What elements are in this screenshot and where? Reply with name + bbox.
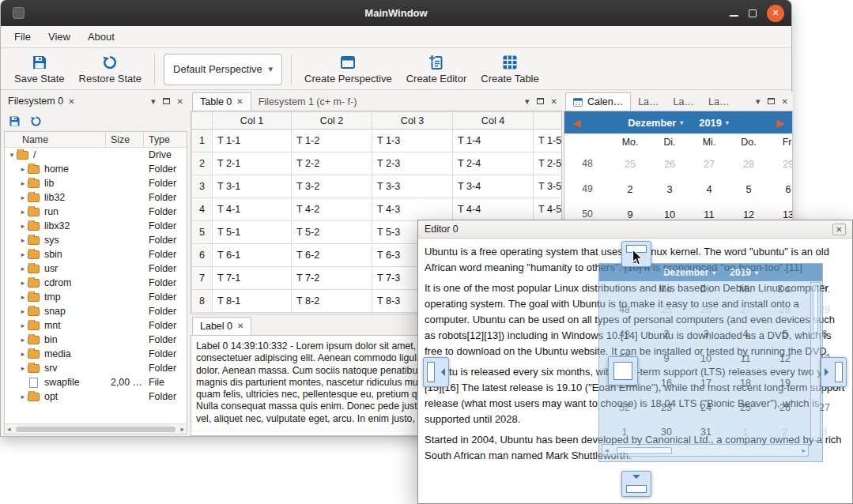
column-header[interactable]: Col 1 [213,112,292,130]
tree-row[interactable]: binFolder [5,333,187,347]
column-header[interactable]: Col 5 [534,112,563,130]
calendar-day[interactable]: 29 [768,158,793,170]
row-header[interactable]: 8 [192,290,213,313]
table-cell[interactable]: T 3-4 [453,175,534,198]
tab-label[interactable]: La… [701,92,736,111]
scroll-right-icon[interactable] [180,425,184,433]
table-cell[interactable]: T 3-1 [213,175,292,198]
row-header[interactable]: 6 [192,244,213,267]
calendar-day[interactable]: 3 [650,183,689,195]
dock-indicator-bottom[interactable] [621,471,651,497]
tree-row[interactable]: mntFolder [5,318,187,333]
table-cell[interactable]: T 5-2 [292,221,372,244]
filesystem-dock-titlebar[interactable]: Filesystem 0 [2,92,189,111]
tree-row[interactable]: sbinFolder [5,247,187,261]
table-cell[interactable]: T 4-5 [534,198,563,221]
float-icon[interactable] [768,98,775,104]
calendar-day[interactable]: 27 [689,158,729,170]
table-cell[interactable]: T 2-1 [213,152,292,175]
tree-row[interactable]: /Drive [5,148,187,162]
calendar-day[interactable]: 25 [610,158,650,170]
column-header-size[interactable]: Size [106,132,144,147]
table-cell[interactable]: T 1-3 [372,130,453,152]
tree-row[interactable]: usrFolder [5,261,187,276]
dock-indicator-center[interactable] [608,356,638,386]
save-state-button[interactable]: Save State [7,52,72,87]
menu-view[interactable]: View [40,26,79,47]
create-editor-button[interactable]: Create Editor [399,52,474,87]
table-cell[interactable]: T 1-2 [292,130,372,152]
table-cell[interactable]: T 2-4 [453,152,534,175]
prev-month-icon[interactable] [572,117,580,129]
calendar-day[interactable]: 5 [729,183,768,195]
expand-arrow-icon[interactable] [18,165,28,173]
tree-row[interactable]: tmpFolder [5,290,187,304]
row-header[interactable]: 7 [192,267,213,290]
minimize-button[interactable] [730,9,738,17]
expand-arrow-icon[interactable] [18,364,28,372]
table-cell[interactable]: T 4-2 [292,198,372,221]
expand-arrow-icon[interactable] [18,222,28,230]
expand-arrow-icon[interactable] [18,179,28,187]
editor-titlebar[interactable]: Editor 0 [418,220,852,239]
tab-calendar[interactable]: Calen… [565,92,631,111]
column-header-name[interactable]: Name [5,132,106,147]
tree-row[interactable]: srvFolder [5,361,187,375]
table-cell[interactable]: T 6-1 [213,244,292,267]
menu-about[interactable]: About [79,26,123,47]
dock-indicator-left[interactable] [423,357,449,387]
tree-row[interactable]: cdromFolder [5,276,187,290]
dock-menu-icon[interactable] [756,96,761,107]
table-cell[interactable]: T 1-1 [213,130,292,152]
expand-arrow-icon[interactable] [18,293,28,301]
table-cell[interactable]: T 4-3 [372,198,453,221]
expand-arrow-icon[interactable] [18,336,28,344]
restore-icon[interactable] [30,115,42,127]
row-header[interactable]: 1 [192,130,213,152]
calendar-day[interactable]: 26 [650,158,689,170]
create-perspective-button[interactable]: Create Perspective [297,52,399,87]
tree-row[interactable]: homeFolder [5,162,187,176]
calendar-day[interactable]: 9 [610,209,650,220]
close-button[interactable] [832,224,846,235]
close-icon[interactable] [68,97,74,106]
float-icon[interactable] [537,98,544,104]
column-header[interactable]: Col 3 [372,112,453,130]
table-cell[interactable]: T 6-2 [292,244,372,267]
month-button[interactable]: Dezember [628,117,683,129]
expand-arrow-icon[interactable] [18,250,28,258]
tree-row[interactable]: lib32Folder [5,190,187,205]
tree-row[interactable]: swapfile2,00 …File [5,375,187,389]
table-cell[interactable]: T 1-5 [534,130,563,152]
column-header[interactable]: Col 4 [453,112,534,130]
table-cell[interactable]: T 8-1 [213,290,292,313]
calendar-day[interactable]: 4 [689,183,729,195]
tab-label-0[interactable]: Label 0 [192,317,251,335]
float-icon[interactable] [163,98,170,104]
tree-row[interactable]: sysFolder [5,233,187,247]
calendar-day[interactable]: 2 [610,183,650,195]
row-header[interactable]: 3 [192,175,213,198]
expand-arrow-icon[interactable] [18,350,28,358]
create-table-button[interactable]: Create Table [474,52,545,87]
row-header[interactable]: 5 [192,221,213,244]
table-cell[interactable]: T 4-1 [213,198,292,221]
table-cell[interactable]: T 2-3 [372,152,453,175]
table-cell[interactable]: T 3-3 [372,175,453,198]
next-month-icon[interactable] [776,117,784,129]
calendar-day[interactable]: 13 [768,209,793,220]
collapse-arrow-icon[interactable] [7,151,17,159]
table-cell[interactable]: T 5-1 [213,221,292,244]
expand-arrow-icon[interactable] [18,393,28,401]
horizontal-scrollbar[interactable] [5,423,187,434]
expand-arrow-icon[interactable] [18,194,28,201]
dock-menu-icon[interactable] [151,96,156,107]
expand-arrow-icon[interactable] [18,279,28,287]
calendar-day[interactable]: 6 [768,183,793,195]
close-icon[interactable] [551,97,557,106]
scrollbar-thumb[interactable] [16,427,176,432]
maximize-button[interactable] [749,9,757,17]
tree-row[interactable]: runFolder [5,205,187,219]
close-icon[interactable] [237,322,243,330]
table-cell[interactable]: T 1-4 [453,130,534,152]
